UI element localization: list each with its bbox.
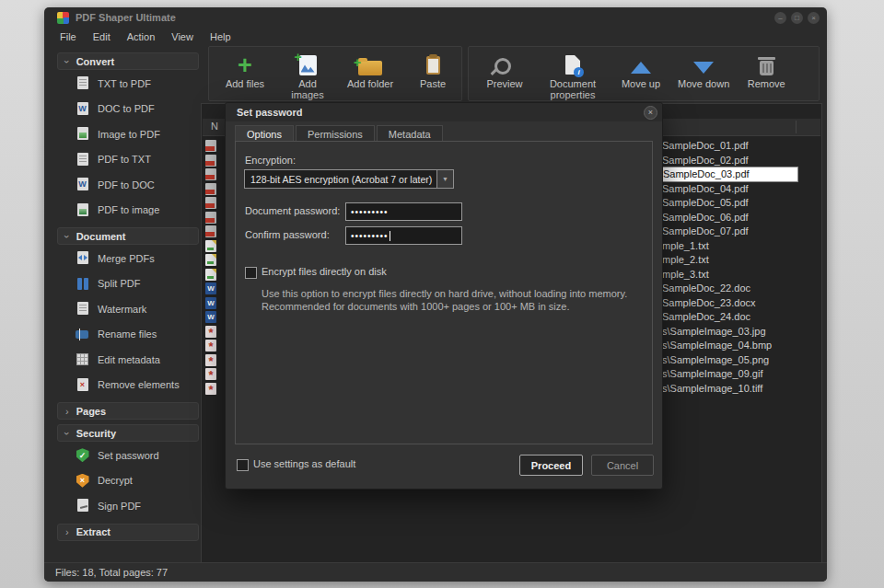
- encrypt-disk-description-line2: Recommended for documents with 1000+ pag…: [262, 301, 569, 312]
- file-row[interactable]: s\SampleImage_09.gif: [660, 367, 797, 381]
- name-column-header[interactable]: N: [211, 121, 218, 132]
- proceed-button[interactable]: Proceed: [519, 455, 583, 476]
- merge-icon: [76, 251, 89, 265]
- file-row[interactable]: SampleDoc_06.pdf: [660, 211, 797, 225]
- document-properties-icon: i: [565, 53, 580, 76]
- app-logo-icon: [57, 12, 69, 24]
- sidebar-item-watermark[interactable]: Watermark: [55, 296, 201, 322]
- toolbar-add-images-button[interactable]: +Add images: [279, 53, 336, 100]
- sidebar-section-security[interactable]: ›Security: [57, 424, 199, 442]
- pdf-file-icon: [205, 197, 216, 209]
- sidebar-item-pdf-to-txt[interactable]: PDF to TXT: [55, 147, 201, 173]
- sidebar-item-label: TXT to PDF: [98, 78, 151, 89]
- sidebar-item-label: PDF to TXT: [98, 154, 151, 165]
- toolbar-add-files-button[interactable]: +Add files: [216, 53, 273, 90]
- toolbar-remove-button[interactable]: Remove: [738, 53, 795, 90]
- sidebar-section-label: Pages: [76, 406, 106, 417]
- file-row[interactable]: SampleDoc_24.doc: [660, 310, 797, 324]
- file-row[interactable]: SampleDoc_04.pdf: [660, 182, 797, 196]
- sidebar-item-decrypt[interactable]: ×Decrypt: [55, 468, 201, 494]
- sidebar-item-rename-files[interactable]: Rename files: [55, 322, 201, 348]
- file-row[interactable]: mple_2.txt: [660, 253, 797, 267]
- document-password-field[interactable]: •••••••••: [345, 202, 462, 221]
- toolbar-add-folder-button[interactable]: +Add folder: [342, 53, 399, 90]
- file-row[interactable]: s\SampleImage_03.jpg: [660, 325, 797, 339]
- sidebar-item-label: PDF to DOC: [98, 179, 155, 190]
- toolbar-move-up-button[interactable]: Move up: [612, 53, 669, 90]
- close-icon[interactable]: ×: [808, 12, 820, 24]
- sidebar-item-label: Watermark: [98, 304, 146, 315]
- add-images-icon: +: [299, 53, 317, 76]
- toolbar-preview-button[interactable]: Preview: [476, 53, 533, 90]
- sidebar-section-document[interactable]: ›Document: [57, 227, 199, 245]
- sidebar-item-sign-pdf[interactable]: Sign PDF: [55, 493, 201, 519]
- file-row[interactable]: SampleDoc_23.docx: [660, 296, 797, 310]
- sidebar-item-merge-pdfs[interactable]: Merge PDFs: [55, 246, 201, 271]
- chevron-right-icon: ›: [65, 527, 69, 536]
- cancel-button[interactable]: Cancel: [591, 455, 654, 476]
- tab-metadata[interactable]: Metadata: [377, 125, 443, 142]
- sidebar-item-split-pdf[interactable]: Split PDF: [55, 271, 201, 297]
- toolbar-paste-button[interactable]: Paste: [404, 53, 461, 90]
- move-down-icon: [693, 53, 714, 76]
- preview-icon: [494, 53, 515, 76]
- img-file-icon: *: [205, 383, 216, 395]
- encryption-select[interactable]: 128-bit AES encryption (Acrobat 7 or lat…: [244, 169, 454, 189]
- toolbar-button-label: Move up: [622, 79, 660, 90]
- file-row[interactable]: SampleDoc_01.pdf: [660, 139, 797, 153]
- add-folder-icon: +: [358, 53, 382, 76]
- sidebar-item-image-to-pdf[interactable]: Image to PDF: [55, 121, 201, 147]
- menu-item-action[interactable]: Action: [119, 29, 164, 44]
- txt-file-icon: [205, 254, 216, 266]
- toolbar-group-2: PreviewiDocument propertiesMove upMove d…: [468, 46, 820, 101]
- menu-item-edit[interactable]: Edit: [85, 29, 119, 44]
- sidebar-item-pdf-to-doc[interactable]: WPDF to DOC: [55, 172, 201, 198]
- sidebar-item-edit-metadata[interactable]: Edit metadata: [55, 347, 201, 373]
- minimize-icon[interactable]: –: [774, 12, 786, 24]
- sidebar-item-label: Image to PDF: [98, 129, 160, 140]
- sidebar-section-extract[interactable]: ›Extract: [57, 524, 199, 541]
- pdf-file-icon: [205, 212, 216, 224]
- img-file-icon: *: [205, 326, 216, 338]
- sidebar-item-pdf-to-image[interactable]: PDF to image: [55, 198, 201, 224]
- file-row[interactable]: SampleDoc_05.pdf: [660, 196, 797, 210]
- tab-permissions[interactable]: Permissions: [296, 125, 375, 142]
- encryption-selected-value: 128-bit AES encryption (Acrobat 7 or lat…: [245, 174, 436, 185]
- file-row[interactable]: s\SampleImage_10.tiff: [660, 382, 797, 396]
- toolbar-document-properties-button[interactable]: iDocument properties: [539, 53, 607, 100]
- toolbar-button-label: Preview: [486, 79, 522, 90]
- sidebar-item-label: Split PDF: [98, 278, 140, 289]
- chevron-down-icon[interactable]: ▼: [436, 170, 453, 188]
- file-row[interactable]: mple_1.txt: [660, 239, 797, 253]
- img-pdf-icon: [76, 127, 89, 141]
- sidebar-item-remove-elements[interactable]: ×Remove elements: [55, 373, 201, 398]
- sidebar-item-set-password[interactable]: ✓Set password: [55, 443, 201, 468]
- shield-x-icon: ×: [76, 474, 89, 488]
- menubar: FileEditActionViewHelp: [52, 28, 239, 46]
- remove-icon: [760, 53, 774, 76]
- sidebar-item-label: PDF to image: [98, 204, 159, 215]
- dialog-close-icon[interactable]: ×: [644, 106, 657, 120]
- file-row[interactable]: mple_3.txt: [660, 268, 797, 282]
- file-row-selected[interactable]: SampleDoc_03.pdf: [660, 167, 798, 182]
- menu-item-view[interactable]: View: [163, 29, 202, 44]
- file-row[interactable]: SampleDoc_02.pdf: [660, 154, 797, 167]
- pdf-txt-icon: [76, 153, 89, 167]
- pdf-doc-icon: W: [76, 178, 89, 191]
- file-row[interactable]: SampleDoc_22.doc: [660, 282, 797, 295]
- sidebar-item-txt-to-pdf[interactable]: TXT to PDF: [55, 71, 201, 97]
- file-row[interactable]: s\SampleImage_05.png: [660, 353, 797, 367]
- use-settings-default-checkbox[interactable]: [237, 459, 249, 471]
- menu-item-help[interactable]: Help: [202, 29, 239, 44]
- maximize-icon[interactable]: □: [791, 12, 803, 24]
- toolbar-move-down-button[interactable]: Move down: [675, 53, 732, 90]
- file-row[interactable]: SampleDoc_07.pdf: [660, 225, 797, 238]
- sidebar-section-convert[interactable]: ›Convert: [57, 52, 199, 70]
- confirm-password-field[interactable]: •••••••••: [345, 226, 462, 245]
- chevron-down-icon: ›: [63, 432, 72, 435]
- file-row[interactable]: s\SampleImage_04.bmp: [660, 339, 797, 352]
- sidebar-section-pages[interactable]: ›Pages: [57, 402, 199, 420]
- encrypt-disk-checkbox[interactable]: [245, 267, 257, 279]
- menu-item-file[interactable]: File: [52, 29, 85, 44]
- sidebar-item-doc-to-pdf[interactable]: WDOC to PDF: [55, 97, 201, 122]
